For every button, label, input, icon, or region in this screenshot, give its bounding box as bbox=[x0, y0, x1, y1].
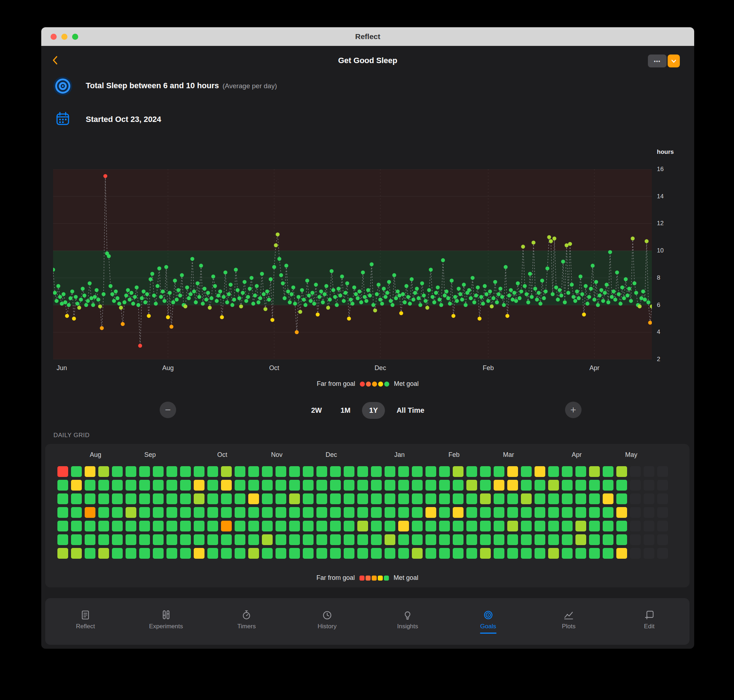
grid-cell-day[interactable] bbox=[71, 466, 82, 477]
data-point[interactable] bbox=[568, 242, 572, 246]
grid-cell-day[interactable] bbox=[426, 521, 436, 531]
grid-cell-day[interactable] bbox=[330, 466, 341, 477]
grid-cell-day[interactable] bbox=[234, 466, 245, 477]
data-point[interactable] bbox=[573, 299, 577, 303]
data-point[interactable] bbox=[596, 303, 600, 307]
grid-cell-day[interactable] bbox=[385, 534, 395, 545]
data-point[interactable] bbox=[74, 295, 78, 299]
data-point[interactable] bbox=[518, 296, 522, 300]
grid-cell-day[interactable] bbox=[330, 548, 341, 559]
grid-cell-day[interactable] bbox=[371, 521, 382, 531]
grid-cell-day[interactable] bbox=[194, 521, 205, 531]
grid-cell-day[interactable] bbox=[412, 521, 423, 531]
grid-cell-day[interactable] bbox=[453, 493, 463, 504]
grid-cell-day[interactable] bbox=[616, 493, 627, 504]
data-point[interactable] bbox=[453, 295, 457, 299]
grid-cell-day[interactable] bbox=[112, 548, 123, 559]
grid-cell-day[interactable] bbox=[194, 480, 205, 491]
data-point[interactable] bbox=[598, 294, 601, 298]
grid-cell-day[interactable] bbox=[85, 507, 96, 518]
data-point[interactable] bbox=[509, 288, 513, 292]
data-point[interactable] bbox=[504, 265, 508, 269]
data-point[interactable] bbox=[364, 299, 368, 303]
grid-cell-day[interactable] bbox=[439, 507, 450, 518]
grid-cell-day[interactable] bbox=[507, 521, 518, 531]
data-point[interactable] bbox=[189, 292, 193, 296]
data-point[interactable] bbox=[205, 298, 208, 301]
grid-cell-day[interactable] bbox=[548, 466, 559, 477]
grid-cell-day[interactable] bbox=[535, 534, 545, 545]
grid-cell-day[interactable] bbox=[507, 493, 518, 504]
data-point[interactable] bbox=[162, 299, 167, 303]
data-point[interactable] bbox=[241, 291, 245, 295]
data-point[interactable] bbox=[495, 300, 499, 304]
data-point[interactable] bbox=[119, 306, 123, 310]
grid-cell-day[interactable] bbox=[221, 534, 232, 545]
data-point[interactable] bbox=[187, 296, 191, 300]
data-point[interactable] bbox=[359, 300, 363, 304]
data-point[interactable] bbox=[216, 294, 220, 298]
grid-cell-day[interactable] bbox=[562, 521, 573, 531]
data-point[interactable] bbox=[436, 285, 440, 290]
grid-cell-day[interactable] bbox=[125, 507, 136, 518]
data-point[interactable] bbox=[535, 298, 539, 301]
data-point[interactable] bbox=[592, 298, 596, 301]
data-point[interactable] bbox=[338, 294, 342, 298]
data-point[interactable] bbox=[124, 294, 128, 298]
data-point[interactable] bbox=[286, 290, 290, 293]
data-point[interactable] bbox=[199, 263, 203, 268]
data-point[interactable] bbox=[265, 290, 269, 293]
data-point[interactable] bbox=[371, 303, 375, 307]
data-point[interactable] bbox=[284, 263, 289, 268]
grid-cell-day[interactable] bbox=[167, 466, 177, 477]
grid-cell-day[interactable] bbox=[453, 521, 463, 531]
grid-cell-day[interactable] bbox=[426, 466, 436, 477]
data-point[interactable] bbox=[312, 301, 316, 306]
grid-cell-day[interactable] bbox=[575, 507, 586, 518]
grid-cell-day[interactable] bbox=[194, 534, 205, 545]
data-point[interactable] bbox=[458, 292, 463, 296]
grid-cell-day[interactable] bbox=[317, 534, 327, 545]
grid-cell-day[interactable] bbox=[112, 534, 123, 545]
data-point[interactable] bbox=[317, 295, 321, 299]
data-point[interactable] bbox=[563, 300, 567, 304]
data-point[interactable] bbox=[253, 294, 257, 298]
grid-cell-day[interactable] bbox=[494, 521, 504, 531]
data-point[interactable] bbox=[486, 299, 490, 303]
grid-cell-day[interactable] bbox=[480, 480, 491, 491]
grid-cell-day[interactable] bbox=[289, 466, 300, 477]
grid-cell-day[interactable] bbox=[535, 480, 545, 491]
grid-cell-day[interactable] bbox=[344, 466, 354, 477]
grid-cell-day[interactable] bbox=[180, 466, 191, 477]
grid-cell-day[interactable] bbox=[276, 493, 286, 504]
data-point[interactable] bbox=[114, 290, 118, 293]
data-point[interactable] bbox=[519, 290, 523, 293]
grid-cell-day[interactable] bbox=[207, 521, 218, 531]
grid-cell-day[interactable] bbox=[453, 507, 463, 518]
data-point[interactable] bbox=[610, 295, 614, 299]
grid-cell-day[interactable] bbox=[575, 493, 586, 504]
data-point[interactable] bbox=[95, 288, 99, 292]
grid-cell-day[interactable] bbox=[589, 548, 600, 559]
grid-cell-day[interactable] bbox=[180, 521, 191, 531]
grid-cell-day[interactable] bbox=[317, 507, 327, 518]
grid-cell-day[interactable] bbox=[616, 548, 627, 559]
grid-cell-day[interactable] bbox=[71, 521, 82, 531]
data-point[interactable] bbox=[483, 284, 487, 288]
data-point[interactable] bbox=[295, 330, 299, 334]
data-point[interactable] bbox=[467, 288, 471, 292]
grid-cell-day[interactable] bbox=[344, 480, 354, 491]
tab-timers[interactable]: Timers bbox=[206, 598, 287, 645]
grid-cell-day[interactable] bbox=[575, 521, 586, 531]
data-point[interactable] bbox=[481, 301, 485, 306]
data-point[interactable] bbox=[389, 299, 393, 303]
data-point[interactable] bbox=[333, 295, 337, 299]
data-point[interactable] bbox=[594, 280, 598, 284]
data-point[interactable] bbox=[180, 273, 184, 277]
data-point[interactable] bbox=[260, 272, 264, 276]
grid-cell-day[interactable] bbox=[439, 534, 450, 545]
grid-cell-day[interactable] bbox=[85, 493, 96, 504]
grid-cell-day[interactable] bbox=[398, 521, 409, 531]
data-point[interactable] bbox=[392, 273, 396, 277]
close-window-button[interactable] bbox=[50, 34, 57, 40]
